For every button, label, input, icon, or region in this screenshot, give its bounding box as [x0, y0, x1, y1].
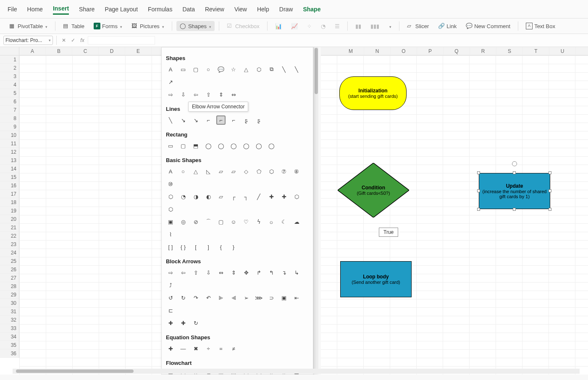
shape-item[interactable]: ÷ — [204, 344, 213, 353]
row-34[interactable]: 34 — [0, 333, 19, 341]
shape-item[interactable]: 💬 — [216, 65, 226, 74]
col-C[interactable]: C — [72, 47, 99, 55]
shape-item[interactable]: ◑ — [191, 192, 200, 201]
shape-item[interactable]: ⇦ — [178, 268, 188, 277]
resize-handle[interactable] — [549, 171, 551, 174]
row-4[interactable]: 4 — [0, 81, 19, 89]
shape-item[interactable]: ✖ — [191, 344, 200, 353]
col-S[interactable]: S — [496, 47, 523, 55]
col-N[interactable]: N — [364, 47, 391, 55]
shape-item[interactable]: ⇤ — [292, 293, 301, 302]
flowchart-loop-body[interactable]: Loop body (Send another gift card) — [340, 261, 412, 297]
shape-item[interactable]: ✚ — [166, 318, 175, 328]
col-D[interactable]: D — [99, 47, 125, 55]
chart-scatter-button[interactable]: ⁘ — [304, 21, 315, 31]
shape-item[interactable]: ⇔ — [216, 268, 226, 277]
shape-item[interactable]: A — [166, 167, 175, 176]
chart-line-button[interactable]: 📈 — [288, 21, 301, 31]
shape-item[interactable]: — — [178, 344, 188, 353]
shape-item[interactable]: ⊏ — [166, 306, 175, 315]
chart-hier-button[interactable]: ☰ — [331, 21, 343, 31]
tab-share[interactable]: Share — [79, 4, 94, 14]
chart-bar2-button[interactable]: ▮▮▮ — [367, 21, 383, 31]
shape-item[interactable]: { — [216, 242, 226, 252]
shape-item[interactable]: ◯ — [229, 141, 238, 150]
row-27[interactable]: 27 — [0, 274, 19, 282]
shape-item[interactable]: ] — [204, 242, 213, 252]
shape-item[interactable]: ↺ — [166, 293, 175, 302]
shape-item[interactable]: ▱ — [216, 167, 226, 176]
row-7[interactable]: 7 — [0, 106, 19, 114]
shape-item[interactable]: ☁ — [292, 217, 301, 226]
cancel-icon[interactable]: ✕ — [60, 37, 68, 43]
shape-item[interactable]: ⌒ — [204, 217, 213, 226]
row-21[interactable]: 21 — [0, 223, 19, 232]
col-T[interactable]: T — [523, 47, 549, 55]
row-15[interactable]: 15 — [0, 173, 19, 181]
shape-item[interactable]: ➢ — [242, 293, 251, 302]
row-23[interactable]: 23 — [0, 240, 19, 249]
shape-item[interactable]: ⑦ — [279, 167, 289, 176]
shape-item[interactable]: ↱ — [254, 268, 263, 277]
tab-home[interactable]: Home — [27, 4, 43, 14]
shape-item[interactable]: ⑧ — [292, 167, 301, 176]
row-19[interactable]: 19 — [0, 207, 19, 215]
row-11[interactable]: 11 — [0, 139, 19, 148]
col-B[interactable]: B — [46, 47, 72, 55]
resize-handle[interactable] — [549, 208, 551, 211]
row-26[interactable]: 26 — [0, 265, 19, 274]
row-29[interactable]: 29 — [0, 291, 19, 299]
shape-item[interactable]: ⇕ — [216, 90, 226, 99]
shape-item[interactable]: ◯ — [204, 141, 213, 150]
tab-review[interactable]: Review — [205, 4, 224, 14]
tab-page-layout[interactable]: Page Layout — [105, 4, 138, 14]
shape-item[interactable]: ◺ — [204, 167, 213, 176]
shape-item[interactable]: ⊘ — [191, 217, 200, 226]
shape-item[interactable]: ↶ — [204, 293, 213, 302]
resize-handle[interactable] — [477, 208, 480, 211]
row-30[interactable]: 30 — [0, 299, 19, 307]
shape-item[interactable]: ⇧ — [204, 90, 213, 99]
shape-item[interactable]: ≠ — [229, 344, 238, 353]
shape-item[interactable]: ⋙ — [254, 293, 263, 302]
chart-col-button[interactable]: 📊 — [272, 21, 285, 31]
row-25[interactable]: 25 — [0, 257, 19, 265]
shape-item[interactable]: ⊃ — [267, 293, 276, 302]
shape-item[interactable]: } — [229, 242, 238, 252]
textbox-button[interactable]: A Text Box — [522, 21, 559, 31]
shape-item[interactable]: ✥ — [242, 268, 251, 277]
shape-item[interactable]: ϟ — [254, 217, 263, 226]
col-U[interactable]: U — [549, 47, 576, 55]
shape-item[interactable]: ☼ — [267, 217, 276, 226]
flowchart-update[interactable]: Update (increase the number of shared gi… — [479, 173, 550, 209]
shape-item[interactable]: ▢ — [216, 217, 226, 226]
shape-item[interactable]: ⤴ — [166, 280, 175, 290]
shape-item[interactable]: ▭ — [178, 65, 188, 74]
shape-item[interactable]: ▱ — [229, 167, 238, 176]
shape-item[interactable]: ✚ — [267, 192, 276, 201]
shape-item[interactable]: ⑩ — [166, 179, 175, 189]
shape-item[interactable]: ⌐ — [229, 115, 238, 125]
shape-item[interactable]: ↰ — [267, 268, 276, 277]
link-button[interactable]: 🔗 Link — [435, 21, 460, 31]
row-35[interactable]: 35 — [0, 341, 19, 349]
tab-file[interactable]: File — [8, 4, 17, 14]
shape-item[interactable]: ʂ — [242, 115, 251, 125]
col-Q[interactable]: Q — [444, 47, 470, 55]
shape-item[interactable]: ╲ — [292, 65, 301, 74]
col-R[interactable]: R — [470, 47, 496, 55]
shape-item[interactable]: = — [216, 344, 226, 353]
shape-item[interactable]: ✚ — [279, 192, 289, 201]
shape-item[interactable]: ▣ — [166, 217, 175, 226]
shape-item[interactable]: ↘ — [178, 115, 188, 125]
row-20[interactable]: 20 — [0, 215, 19, 223]
col-E[interactable]: E — [125, 47, 152, 55]
row-24[interactable]: 24 — [0, 249, 19, 257]
name-box[interactable]: Flowchart: Pro... ▾ — [3, 36, 53, 45]
resize-handle[interactable] — [477, 171, 480, 174]
shape-item[interactable]: ◯ — [267, 141, 276, 150]
pictures-button[interactable]: 🖼 Pictures — [128, 21, 168, 31]
forms-button[interactable]: F Forms — [90, 21, 126, 31]
shape-item[interactable]: ↴ — [279, 268, 289, 277]
shape-item[interactable]: ☺ — [229, 217, 238, 226]
